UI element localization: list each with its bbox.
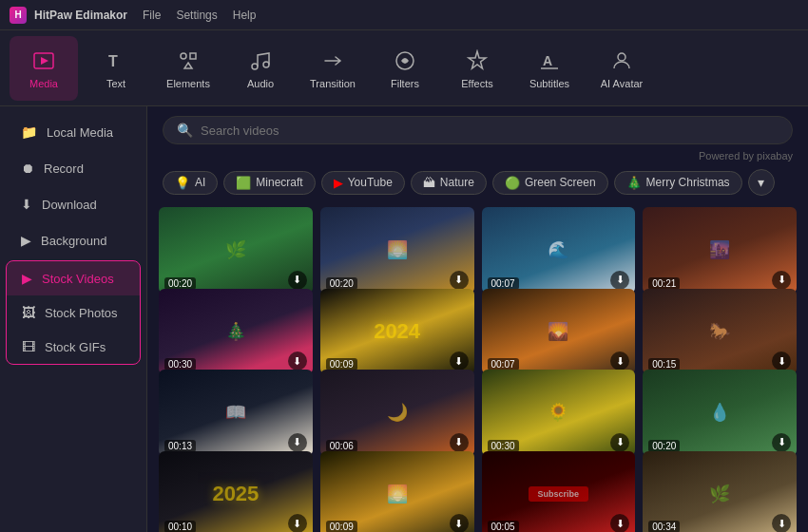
folder-icon: 📁 — [21, 124, 37, 140]
video-download-button[interactable]: ⬇ — [772, 433, 791, 452]
ai-icon: 💡 — [175, 176, 190, 190]
sidebar-item-record[interactable]: ⏺ Record — [6, 151, 141, 185]
toolbar-item-filters[interactable]: Filters — [371, 36, 439, 101]
video-download-button[interactable]: ⬇ — [288, 514, 307, 532]
toolbar-item-text[interactable]: TText — [82, 36, 150, 101]
chip-merry-christmas-label: Merry Christmas — [646, 176, 730, 189]
video-card[interactable]: 202400:09⬇ — [320, 289, 474, 375]
sidebar-label-background: Background — [41, 234, 106, 248]
svg-text:A: A — [543, 53, 552, 68]
toolbar-item-media[interactable]: Media — [10, 36, 78, 101]
toolbar-item-effects[interactable]: Effects — [443, 36, 511, 101]
elements-toolbar-label: Elements — [166, 78, 210, 89]
search-bar: 🔍 — [147, 106, 808, 150]
chip-nature[interactable]: 🏔 Nature — [411, 171, 487, 195]
video-card[interactable]: 🌿00:20⬇ — [159, 207, 313, 294]
subtitles-toolbar-icon: A — [536, 48, 563, 74]
chip-ai[interactable]: 💡 AI — [163, 171, 218, 195]
chip-ai-label: AI — [195, 176, 205, 189]
video-download-button[interactable]: ⬇ — [450, 271, 469, 290]
video-card[interactable]: 🌄00:07⬇ — [482, 289, 636, 375]
sidebar-label-stock-photos: Stock Photos — [45, 306, 118, 320]
video-card[interactable]: 📖00:13⬇ — [159, 370, 313, 456]
video-download-button[interactable]: ⬇ — [288, 433, 307, 452]
ai-avatar-toolbar-label: AI Avatar — [601, 78, 643, 89]
ai-avatar-toolbar-icon — [608, 48, 635, 74]
chevron-right-icon: ▶ — [21, 233, 31, 248]
chip-minecraft[interactable]: 🟩 Minecraft — [223, 171, 315, 195]
video-download-button[interactable]: ⬇ — [450, 352, 469, 370]
sidebar-label-download: Download — [42, 198, 97, 212]
search-icon: 🔍 — [177, 123, 193, 138]
subtitles-toolbar-label: Subtitles — [529, 78, 569, 89]
video-card[interactable]: 💧00:20⬇ — [643, 370, 797, 456]
toolbar-item-ai-avatar[interactable]: AI Avatar — [587, 36, 656, 101]
toolbar-item-elements[interactable]: Elements — [154, 36, 222, 101]
toolbar-item-subtitles[interactable]: ASubtitles — [515, 36, 584, 101]
svg-point-7 — [263, 62, 269, 67]
video-card[interactable]: 🌻00:30⬇ — [482, 370, 636, 456]
more-filters-button[interactable]: ▾ — [748, 169, 775, 196]
video-card[interactable]: 🎄00:30⬇ — [159, 289, 313, 375]
app-name: HitPaw Edimakor — [34, 9, 127, 22]
audio-toolbar-icon — [247, 48, 274, 74]
chip-youtube[interactable]: ▶ YouTube — [321, 171, 405, 195]
sidebar-item-download[interactable]: ⬇ Download — [6, 187, 141, 221]
christmas-icon: 🎄 — [626, 176, 642, 190]
download-icon: ⬇ — [21, 197, 32, 212]
help-menu[interactable]: Help — [233, 9, 257, 22]
text-toolbar-label: Text — [106, 78, 125, 89]
effects-toolbar-label: Effects — [461, 78, 492, 89]
sidebar-item-stock-videos[interactable]: ▶ Stock Videos — [7, 261, 140, 295]
video-card[interactable]: 🌊00:07⬇ — [482, 207, 636, 294]
text-toolbar-icon: T — [103, 48, 129, 74]
sidebar-item-local-media[interactable]: 📁 Local Media — [6, 115, 141, 149]
video-duration: 00:09 — [326, 521, 357, 532]
sidebar-label-local-media: Local Media — [47, 125, 113, 140]
chip-nature-label: Nature — [440, 176, 474, 189]
audio-toolbar-label: Audio — [247, 78, 274, 89]
sidebar-item-stock-photos[interactable]: 🖼 Stock Photos — [7, 295, 140, 330]
sidebar-item-stock-gifs[interactable]: 🎞 Stock GIFs — [7, 330, 140, 364]
video-card[interactable]: 🐎00:15⬇ — [643, 289, 797, 375]
video-card[interactable]: 🌙00:06⬇ — [320, 370, 474, 456]
search-input-wrap[interactable]: 🔍 — [163, 116, 793, 144]
stock-gifs-icon: 🎞 — [22, 339, 35, 354]
media-toolbar-label: Media — [29, 78, 58, 89]
sidebar-item-background[interactable]: ▶ Background — [6, 223, 141, 257]
filters-toolbar-icon — [392, 48, 418, 74]
video-card[interactable]: 🌅00:09⬇ — [320, 451, 474, 533]
settings-menu[interactable]: Settings — [176, 9, 217, 22]
video-download-button[interactable]: ⬇ — [772, 514, 791, 532]
search-input[interactable] — [201, 124, 779, 138]
video-card[interactable]: 202500:10⬇ — [159, 451, 313, 533]
video-download-button[interactable]: ⬇ — [288, 271, 307, 290]
chip-merry-christmas[interactable]: 🎄 Merry Christmas — [614, 171, 742, 195]
app-logo: H — [10, 7, 27, 24]
svg-point-6 — [252, 64, 258, 69]
video-download-button[interactable]: ⬇ — [450, 433, 469, 452]
transition-toolbar-label: Transition — [310, 78, 356, 89]
video-card[interactable]: 🌿00:34⬇ — [643, 451, 797, 533]
menu-bar: File Settings Help — [143, 9, 256, 22]
video-download-button[interactable]: ⬇ — [450, 514, 469, 532]
video-duration: 00:10 — [164, 521, 196, 532]
nature-icon: 🏔 — [423, 176, 435, 190]
green-screen-icon: 🟢 — [505, 176, 520, 190]
youtube-icon: ▶ — [334, 176, 343, 190]
elements-toolbar-icon — [175, 48, 202, 74]
video-download-button[interactable]: ⬇ — [772, 271, 791, 290]
video-download-button[interactable]: ⬇ — [610, 514, 629, 532]
video-card[interactable]: 🌆00:21⬇ — [643, 207, 797, 294]
video-card[interactable]: 🌅00:20⬇ — [320, 207, 474, 294]
toolbar-item-transition[interactable]: Transition — [298, 36, 367, 101]
chip-green-screen[interactable]: 🟢 Green Screen — [492, 171, 608, 195]
file-menu[interactable]: File — [143, 9, 161, 22]
chip-minecraft-label: Minecraft — [256, 176, 302, 189]
video-duration: 00:05 — [488, 521, 519, 532]
toolbar-item-audio[interactable]: Audio — [226, 36, 295, 101]
filters-toolbar-label: Filters — [391, 78, 419, 89]
svg-marker-5 — [184, 63, 192, 68]
video-card[interactable]: Subscribe00:05⬇ — [482, 451, 636, 533]
title-bar: H HitPaw Edimakor File Settings Help — [0, 0, 808, 30]
